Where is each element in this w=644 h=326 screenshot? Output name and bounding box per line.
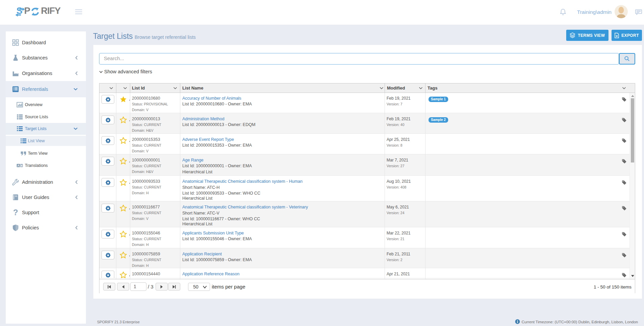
svg-text:A: A [17,164,19,167]
svg-text:★: ★ [20,164,23,167]
